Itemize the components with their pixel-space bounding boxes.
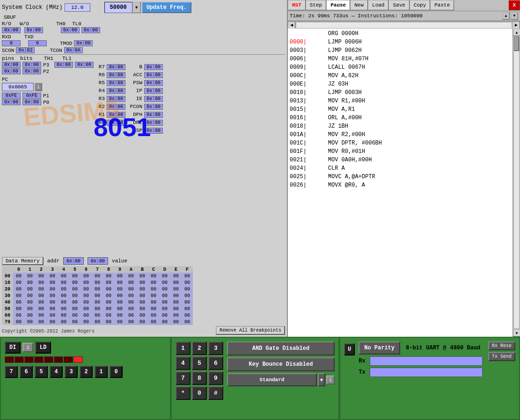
mem-cell[interactable]: 00	[103, 305, 114, 312]
mem-cell[interactable]: 00	[24, 279, 36, 286]
mem-cell[interactable]: 00	[36, 279, 47, 286]
mem-cell[interactable]: 00	[137, 279, 148, 286]
mem-cell[interactable]: 00	[148, 312, 159, 319]
mem-cell[interactable]: 00	[103, 292, 114, 299]
led-0[interactable]	[73, 356, 83, 363]
mem-cell[interactable]: 00	[58, 299, 69, 305]
mem-cell[interactable]: 00	[170, 299, 182, 305]
mem-cell[interactable]: 00	[13, 319, 24, 325]
data-memory-button[interactable]: Data Memory	[2, 257, 44, 265]
mem-cell[interactable]: 00	[103, 273, 114, 279]
mem-cell[interactable]: 00	[170, 319, 182, 325]
mem-cell[interactable]: 00	[159, 279, 170, 286]
mem-cell[interactable]: 00	[125, 305, 137, 312]
mem-cell[interactable]: 00	[81, 299, 92, 305]
mem-cell[interactable]: 00	[114, 292, 125, 299]
num-star[interactable]: *	[176, 386, 190, 400]
num-5[interactable]: 5	[192, 356, 207, 370]
led-3[interactable]	[44, 356, 53, 363]
pc-i-button[interactable]: i	[35, 83, 42, 91]
mem-cell[interactable]: 00	[148, 286, 159, 292]
mem-cell[interactable]: 00	[47, 299, 58, 305]
mem-cell[interactable]: 00	[36, 319, 47, 325]
key-5[interactable]: 5	[35, 366, 48, 378]
copy-button[interactable]: Copy	[410, 0, 430, 10]
mem-cell[interactable]: 00	[125, 292, 137, 299]
mem-cell[interactable]: 00	[159, 292, 170, 299]
h-scrollbar[interactable]: ◀ ▶	[288, 21, 520, 29]
mem-cell[interactable]: 00	[58, 273, 69, 279]
led-4[interactable]	[34, 356, 44, 363]
mem-cell[interactable]: 00	[69, 312, 81, 319]
di-button[interactable]: DI	[5, 341, 21, 354]
new-button[interactable]: New	[350, 0, 368, 10]
mem-cell[interactable]: 00	[114, 305, 125, 312]
mem-cell[interactable]: 00	[159, 319, 170, 325]
mem-cell[interactable]: 00	[36, 312, 47, 319]
mem-cell[interactable]: 00	[125, 312, 137, 319]
key-0[interactable]: 0	[110, 366, 123, 378]
mem-cell[interactable]: 00	[125, 299, 137, 305]
close-button[interactable]: X	[508, 0, 520, 10]
led-7[interactable]	[5, 356, 14, 363]
mem-cell[interactable]: 00	[81, 312, 92, 319]
mem-cell[interactable]: 00	[92, 273, 103, 279]
mem-cell[interactable]: 00	[47, 319, 58, 325]
mem-cell[interactable]: 00	[81, 292, 92, 299]
mem-cell[interactable]: 00	[159, 299, 170, 305]
mem-cell[interactable]: 00	[103, 279, 114, 286]
mem-cell[interactable]: 00	[182, 299, 193, 305]
pause-button[interactable]: Pause	[326, 0, 350, 10]
mem-cell[interactable]: 00	[24, 299, 36, 305]
mem-cell[interactable]: 00	[36, 292, 47, 299]
mem-cell[interactable]: 00	[58, 312, 69, 319]
mem-cell[interactable]: 00	[92, 292, 103, 299]
scroll-right-btn[interactable]: ▶	[513, 22, 520, 29]
clock-input[interactable]	[65, 3, 90, 12]
mem-cell[interactable]: 00	[170, 273, 182, 279]
mem-cell[interactable]: 00	[58, 292, 69, 299]
led-1[interactable]	[64, 356, 73, 363]
mem-cell[interactable]: 00	[36, 286, 47, 292]
ld-button[interactable]: LD	[35, 341, 51, 354]
scroll-left-btn[interactable]: ◀	[288, 22, 295, 29]
mem-cell[interactable]: 00	[182, 312, 193, 319]
uart-u-button[interactable]: U	[344, 343, 355, 355]
mem-cell[interactable]: 00	[36, 299, 47, 305]
paste-button[interactable]: Paste	[430, 0, 454, 10]
v-scroll-down[interactable]: ▼	[513, 329, 520, 337]
remove-breakpoints-button[interactable]: Remove All Breakpoints	[216, 326, 285, 335]
mem-cell[interactable]: 00	[92, 286, 103, 292]
standard-button[interactable]: Standard	[227, 373, 317, 386]
pc-input[interactable]	[2, 83, 34, 91]
mem-cell[interactable]: 00	[103, 319, 114, 325]
save-button[interactable]: Save	[388, 0, 409, 10]
num-1[interactable]: 1	[176, 341, 190, 355]
mem-cell[interactable]: 00	[182, 273, 193, 279]
mem-cell[interactable]: 00	[148, 299, 159, 305]
update-freq-button[interactable]: Update Freq.	[142, 2, 191, 13]
mem-cell[interactable]: 00	[58, 319, 69, 325]
led-2[interactable]	[54, 356, 63, 363]
mem-cell[interactable]: 00	[92, 305, 103, 312]
mem-cell[interactable]: 00	[81, 286, 92, 292]
mem-cell[interactable]: 00	[47, 305, 58, 312]
mem-cell[interactable]: 00	[148, 305, 159, 312]
mem-cell[interactable]: 00	[36, 273, 47, 279]
num-4[interactable]: 4	[176, 356, 190, 370]
freq-input[interactable]	[104, 2, 132, 13]
mem-cell[interactable]: 00	[103, 299, 114, 305]
mem-cell[interactable]: 00	[69, 299, 81, 305]
mem-cell[interactable]: 00	[170, 292, 182, 299]
mem-cell[interactable]: 00	[137, 292, 148, 299]
step-button[interactable]: Step	[306, 0, 326, 10]
tx-send-button[interactable]: Tx Send	[488, 352, 515, 361]
mem-cell[interactable]: 00	[92, 299, 103, 305]
mem-cell[interactable]: 00	[182, 292, 193, 299]
mem-cell[interactable]: 00	[81, 273, 92, 279]
standard-i-button[interactable]: i	[326, 376, 335, 384]
mem-cell[interactable]: 00	[125, 279, 137, 286]
key-7[interactable]: 7	[5, 366, 18, 378]
mem-cell[interactable]: 00	[114, 286, 125, 292]
mem-cell[interactable]: 00	[47, 286, 58, 292]
